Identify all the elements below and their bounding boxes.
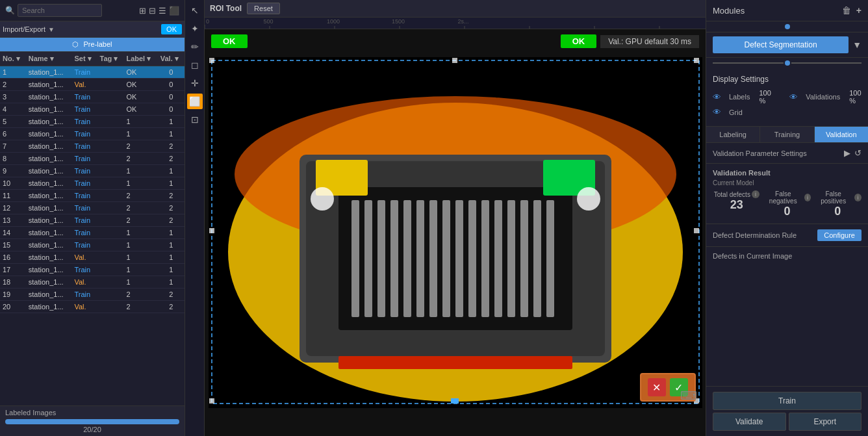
false-positives-info[interactable]: i [854, 194, 862, 201]
defect-rule-label: Defect Determination Rule [713, 231, 797, 239]
table-row[interactable]: 2 station_1... Val. OK 0 [0, 79, 185, 91]
false-negatives-info[interactable]: i [804, 194, 811, 201]
add-icon[interactable]: + [856, 5, 862, 16]
trash-icon[interactable]: 🗑 [842, 5, 851, 16]
defect-seg-row: Defect Segmentation ▼ [706, 32, 868, 58]
defect-seg-chevron[interactable]: ▼ [852, 40, 862, 50]
svg-point-37 [311, 187, 334, 211]
cell-val: 2 [158, 140, 185, 153]
keyboard-shortcut-icon[interactable]: ⌨ [680, 389, 697, 403]
validation-refresh-icon[interactable]: ↺ [854, 148, 862, 158]
grid-icon[interactable]: ⊞ [139, 6, 146, 16]
table-row[interactable]: 16 station_1... Val. 1 1 [0, 251, 185, 264]
cell-label: OK [123, 66, 157, 79]
labels-label: Labels [729, 93, 750, 101]
svg-rect-49 [451, 398, 459, 404]
labels-eye-icon[interactable]: 👁 [713, 92, 721, 102]
table-row[interactable]: 17 station_1... Train 1 1 [0, 264, 185, 276]
brush-tool[interactable]: ✏ [187, 39, 203, 55]
validations-eye-icon[interactable]: 👁 [789, 92, 798, 102]
cell-name: station_1... [26, 239, 72, 251]
table-row[interactable]: 4 station_1... Train OK 0 [0, 103, 185, 116]
false-positives-stat: False positives i 0 [813, 190, 862, 218]
col-val[interactable]: Val. ▾ [158, 52, 185, 66]
export-button[interactable]: Export [789, 413, 862, 431]
cell-val: 1 [158, 239, 185, 251]
cell-name: station_1... [26, 276, 72, 289]
labels-pct: 100 % [759, 89, 771, 105]
cell-label: 1 [123, 276, 157, 289]
cell-tag [97, 301, 124, 313]
table-row[interactable]: 13 station_1... Train 2 2 [0, 214, 185, 227]
grid-eye-icon[interactable]: 👁 [713, 107, 721, 117]
table-row[interactable]: 7 station_1... Train 2 2 [0, 140, 185, 153]
validation-params-icons: ▶ ↺ [844, 148, 862, 158]
settings-icon[interactable]: ⬛ [169, 6, 179, 16]
cell-no: 11 [0, 190, 26, 202]
table-row[interactable]: 3 station_1... Train OK 0 [0, 91, 185, 103]
table-row[interactable]: 6 station_1... Train 1 1 [0, 128, 185, 140]
eraser-tool[interactable]: ◻ [187, 57, 203, 73]
reset-button[interactable]: Reset [247, 3, 280, 14]
table-row[interactable]: 20 station_1... Val. 2 2 [0, 301, 185, 313]
table-row[interactable]: 15 station_1... Train 1 1 [0, 239, 185, 251]
svg-text:1500: 1500 [392, 18, 405, 25]
col-label[interactable]: Label ▾ [123, 52, 157, 66]
table-row[interactable]: 14 station_1... Train 1 1 [0, 227, 185, 239]
cell-tag [97, 239, 124, 251]
validation-params-label: Validation Parameter Settings [713, 149, 807, 157]
cell-no: 9 [0, 165, 26, 177]
cell-set: Train [71, 165, 97, 177]
table-row[interactable]: 19 station_1... Train 2 2 [0, 289, 185, 301]
cell-set: Train [71, 214, 97, 227]
snap-tool[interactable]: ⊡ [187, 112, 203, 127]
validations-pct: 100 % [849, 89, 862, 105]
svg-rect-20 [364, 200, 372, 317]
table-row[interactable]: 18 station_1... Val. 1 1 [0, 276, 185, 289]
tab-validation[interactable]: Validation [815, 127, 868, 142]
roi-select-tool[interactable]: ⬜ [187, 94, 203, 109]
filter-icon[interactable]: ⊟ [149, 6, 156, 16]
svg-text:0: 0 [206, 18, 209, 25]
table-row[interactable]: 12 station_1... Train 2 2 [0, 202, 185, 214]
left-panel: 🔍 ⊞ ⊟ ☰ ⬛ Import/Export ▼ OK ⬡ Pre-label… [0, 0, 185, 436]
defect-segmentation-button[interactable]: Defect Segmentation [713, 36, 849, 53]
ok-button[interactable]: OK [161, 24, 182, 34]
toolbar-icons: ⊞ ⊟ ☰ ⬛ [139, 6, 179, 16]
reject-button[interactable]: ✕ [648, 378, 666, 396]
cell-tag [97, 66, 124, 79]
table-row[interactable]: 1 station_1... Train OK 0 [0, 66, 185, 79]
prelabel-bar[interactable]: ⬡ Pre-label [0, 38, 185, 52]
cursor-tool[interactable]: ↖ [187, 3, 203, 18]
defects-current: Defects in Current Image [706, 247, 868, 386]
svg-rect-34 [546, 200, 554, 317]
validate-button[interactable]: Validate [713, 413, 786, 431]
table-row[interactable]: 11 station_1... Train 2 2 [0, 190, 185, 202]
cell-set: Val. [71, 276, 97, 289]
list-icon[interactable]: ☰ [159, 6, 166, 16]
table-row[interactable]: 8 station_1... Train 2 2 [0, 153, 185, 165]
table-row[interactable]: 9 station_1... Train 1 1 [0, 165, 185, 177]
train-button[interactable]: Train [713, 392, 862, 410]
cell-label: 2 [123, 214, 157, 227]
table-row[interactable]: 10 station_1... Train 1 1 [0, 177, 185, 190]
search-input[interactable] [18, 4, 102, 17]
smart-tool[interactable]: ✦ [187, 21, 203, 36]
total-defects-info[interactable]: i [752, 190, 760, 198]
configure-button[interactable]: Configure [817, 229, 862, 241]
tab-training[interactable]: Training [760, 127, 814, 142]
tab-labeling[interactable]: Labeling [706, 127, 760, 142]
import-export-label[interactable]: Import/Export [3, 25, 45, 33]
image-area[interactable]: OK OK Val.: GPU default 30 ms [205, 29, 706, 436]
col-set[interactable]: Set ▾ [71, 52, 97, 66]
cell-set: Train [71, 103, 97, 116]
main-image-container[interactable]: ✕ ✓ ⌨ [209, 57, 702, 408]
cell-no: 4 [0, 103, 26, 116]
validation-expand-icon[interactable]: ▶ [844, 148, 850, 158]
col-tag[interactable]: Tag ▾ [97, 52, 124, 66]
cell-val: 1 [158, 251, 185, 264]
col-no[interactable]: No. ▾ [0, 52, 26, 66]
move-tool[interactable]: ✛ [187, 75, 203, 91]
col-name[interactable]: Name ▾ [26, 52, 72, 66]
table-row[interactable]: 5 station_1... Train 1 1 [0, 116, 185, 128]
